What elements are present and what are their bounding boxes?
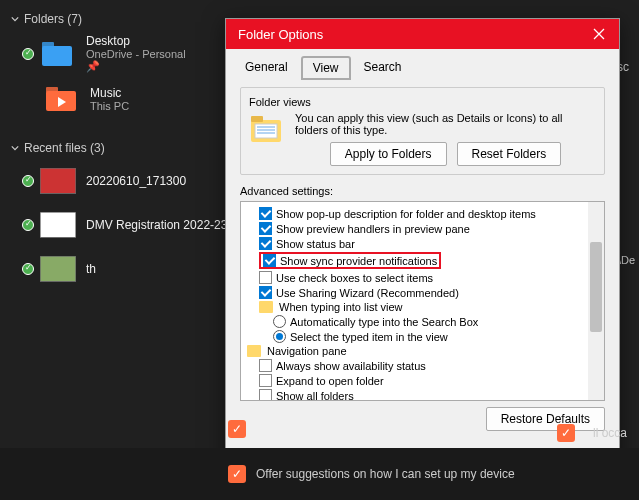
checkbox-icon xyxy=(557,424,575,442)
option-label: Select the typed item in the view xyxy=(290,331,448,343)
checkbox-icon xyxy=(259,207,272,220)
folder-icon xyxy=(44,81,80,117)
chevron-down-icon xyxy=(10,143,20,153)
chevron-down-icon xyxy=(10,14,20,24)
settings-option[interactable]: Always show availability status xyxy=(243,358,602,373)
file-name: th xyxy=(86,262,96,276)
settings-option[interactable]: Show status bar xyxy=(243,236,602,251)
svg-rect-5 xyxy=(40,212,76,238)
checkbox-icon xyxy=(259,237,272,250)
svg-rect-9 xyxy=(255,124,277,138)
folder-name: Music xyxy=(90,86,129,100)
truncated-label: ll occa xyxy=(593,426,627,440)
dialog-title: Folder Options xyxy=(238,27,323,42)
folder-views-label: Folder views xyxy=(249,96,596,108)
svg-rect-8 xyxy=(251,116,263,122)
checkbox-icon xyxy=(263,254,276,267)
tab-general[interactable]: General xyxy=(232,55,301,79)
folder-views-icon xyxy=(249,112,285,148)
file-name: 20220610_171300 xyxy=(86,174,186,188)
dialog-titlebar[interactable]: Folder Options xyxy=(226,19,619,49)
folder-location: OneDrive - Personal xyxy=(86,48,186,60)
sync-status-icon xyxy=(22,219,34,231)
settings-option[interactable]: Expand to open folder xyxy=(243,373,602,388)
svg-rect-6 xyxy=(40,256,76,282)
option-label: Use Sharing Wizard (Recommended) xyxy=(276,287,459,299)
svg-rect-3 xyxy=(46,87,58,93)
option-label: Automatically type into the Search Box xyxy=(290,316,478,328)
settings-option[interactable]: Automatically type into the Search Box xyxy=(243,314,602,329)
settings-option[interactable]: Use check boxes to select items xyxy=(243,270,602,285)
folder-icon xyxy=(40,36,76,72)
settings-option[interactable]: Show sync provider notifications xyxy=(243,251,602,270)
folders-header-label: Folders (7) xyxy=(24,12,82,26)
folder-icon xyxy=(247,345,261,357)
tab-view[interactable]: View xyxy=(301,56,351,80)
settings-option[interactable]: Use Sharing Wizard (Recommended) xyxy=(243,285,602,300)
tab-search[interactable]: Search xyxy=(351,55,415,79)
reset-folders-button[interactable]: Reset Folders xyxy=(457,142,562,166)
scrollbar[interactable] xyxy=(588,202,604,400)
checkbox-icon xyxy=(259,389,272,401)
settings-option[interactable]: Select the typed item in the view xyxy=(243,329,602,344)
pin-icon: 📌 xyxy=(86,60,186,73)
checkbox-icon xyxy=(228,465,246,483)
folder-name: Desktop xyxy=(86,34,186,48)
option-label: Navigation pane xyxy=(267,345,347,357)
recent-header-label: Recent files (3) xyxy=(24,141,105,155)
option-label: When typing into list view xyxy=(279,301,403,313)
radio-icon xyxy=(273,315,286,328)
option-label: Use check boxes to select items xyxy=(276,272,433,284)
svg-rect-4 xyxy=(40,168,76,194)
advanced-settings-label: Advanced settings: xyxy=(240,185,605,197)
option-label: Show pop-up description for folder and d… xyxy=(276,208,536,220)
checkbox-icon xyxy=(259,359,272,372)
option-label: Show status bar xyxy=(276,238,355,250)
settings-checkbox-row[interactable]: ll occa xyxy=(557,424,627,442)
option-label: Expand to open folder xyxy=(276,375,384,387)
sync-status-icon xyxy=(22,263,34,275)
checkbox-icon xyxy=(259,286,272,299)
sync-status-icon xyxy=(22,175,34,187)
folder-icon xyxy=(259,301,273,313)
bottom-settings-row[interactable]: Offer suggestions on how I can set up my… xyxy=(0,448,639,500)
settings-group: Navigation pane xyxy=(243,344,602,358)
settings-checkbox[interactable] xyxy=(228,420,256,438)
close-icon xyxy=(593,28,605,40)
file-thumbnail-icon xyxy=(40,163,76,199)
radio-icon xyxy=(273,330,286,343)
option-label: Show all folders xyxy=(276,390,354,402)
checkbox-icon xyxy=(259,374,272,387)
option-label: Show preview handlers in preview pane xyxy=(276,223,470,235)
close-button[interactable] xyxy=(579,19,619,49)
sync-status-icon xyxy=(22,48,34,60)
file-thumbnail-icon xyxy=(40,251,76,287)
settings-group: When typing into list view xyxy=(243,300,602,314)
svg-rect-0 xyxy=(42,46,72,66)
folder-options-dialog: Folder Options General View Search Folde… xyxy=(225,18,620,484)
option-label: Always show availability status xyxy=(276,360,426,372)
folder-location: This PC xyxy=(90,100,129,112)
settings-option[interactable]: Show preview handlers in preview pane xyxy=(243,221,602,236)
settings-option[interactable]: Show pop-up description for folder and d… xyxy=(243,206,602,221)
checkbox-icon xyxy=(259,271,272,284)
svg-rect-1 xyxy=(42,42,54,48)
apply-to-folders-button[interactable]: Apply to Folders xyxy=(330,142,447,166)
tabs-bar: General View Search xyxy=(226,49,619,79)
file-name: DMV Registration 2022-23 xyxy=(86,218,227,232)
settings-option[interactable]: Show all folders xyxy=(243,388,602,401)
folder-views-description: You can apply this view (such as Details… xyxy=(295,112,596,136)
checkbox-icon xyxy=(259,222,272,235)
file-thumbnail-icon xyxy=(40,207,76,243)
advanced-settings-list[interactable]: Show pop-up description for folder and d… xyxy=(240,201,605,401)
suggestion-label: Offer suggestions on how I can set up my… xyxy=(256,467,515,481)
option-label: Show sync provider notifications xyxy=(280,255,437,267)
folder-views-group: Folder views You can apply this view (su… xyxy=(240,87,605,175)
scrollbar-thumb[interactable] xyxy=(590,242,602,332)
